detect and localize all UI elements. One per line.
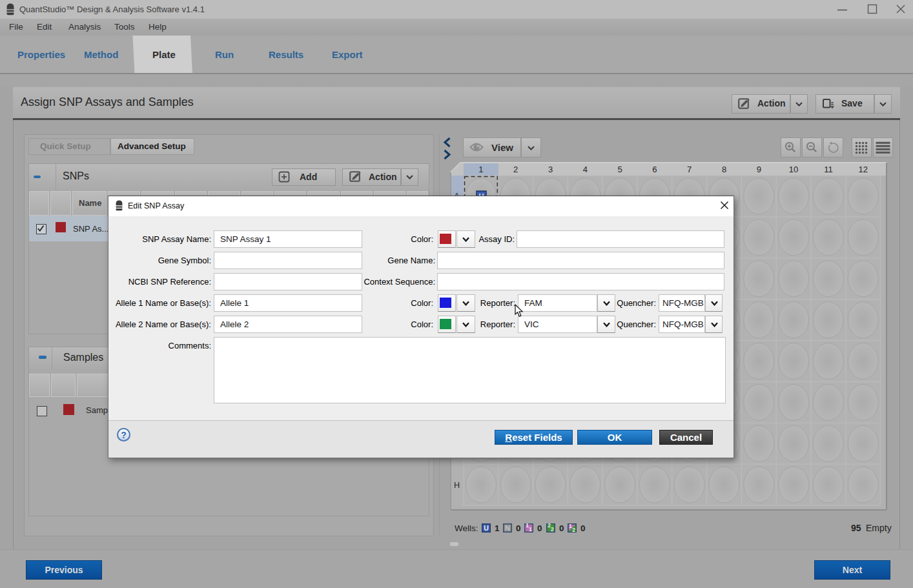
svg-text:1: 1 — [569, 523, 572, 529]
svg-text:2: 2 — [572, 527, 575, 532]
svg-text:6: 6 — [652, 165, 657, 174]
svg-text:H: H — [454, 481, 460, 490]
svg-text:12: 12 — [858, 165, 867, 174]
svg-text:3: 3 — [548, 165, 553, 174]
svg-text:8: 8 — [722, 165, 726, 174]
svg-text:11: 11 — [824, 165, 833, 174]
svg-text:2: 2 — [513, 165, 518, 174]
svg-text:1: 1 — [529, 526, 532, 532]
svg-text:10: 10 — [789, 165, 798, 174]
svg-text:N: N — [505, 524, 510, 532]
svg-text:2: 2 — [551, 526, 554, 532]
svg-text:5: 5 — [617, 165, 622, 174]
svg-text:4: 4 — [583, 165, 588, 174]
svg-text:7: 7 — [687, 165, 692, 174]
svg-text:U: U — [484, 524, 489, 532]
svg-text:9: 9 — [757, 165, 761, 174]
svg-text:1: 1 — [478, 165, 483, 174]
